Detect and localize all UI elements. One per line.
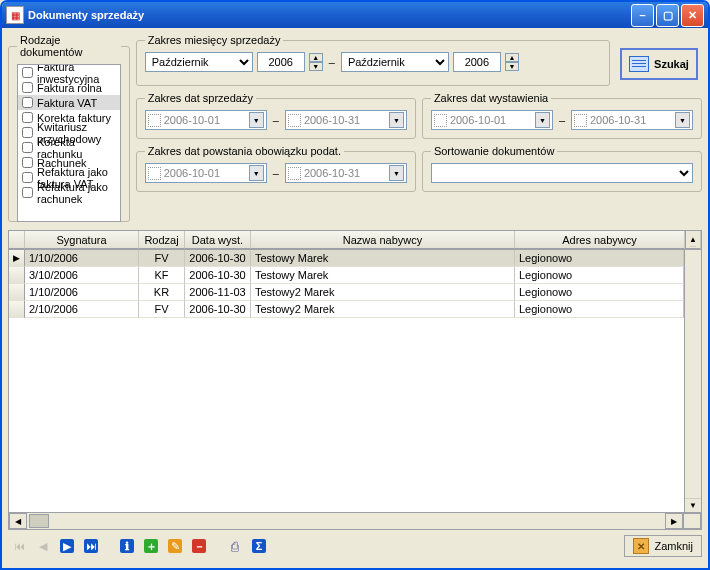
horizontal-scrollbar[interactable]: ◀ ▶ bbox=[9, 512, 701, 529]
table-row[interactable]: 1/10/2006KR2006-11-03Testowy2 MarekLegio… bbox=[9, 284, 684, 301]
grid-body[interactable]: ▶1/10/2006FV2006-10-30Testowy MarekLegio… bbox=[9, 250, 684, 512]
add-button[interactable]: ＋ bbox=[140, 535, 162, 557]
cell-sygnatura: 3/10/2006 bbox=[25, 267, 139, 284]
month-from-select[interactable]: Październik bbox=[145, 52, 253, 72]
sale-dates-legend: Zakres dat sprzedaży bbox=[145, 92, 256, 104]
doc-type-checkbox[interactable] bbox=[22, 187, 33, 198]
cell-nazwa: Testowy2 Marek bbox=[251, 284, 515, 301]
bottom-toolbar: ⏮ ◀ ▶ ⏭ ℹ ＋ ✎ － ⎙ Σ ✕ Zamknij bbox=[8, 530, 702, 562]
cell-rodzaj: KR bbox=[139, 284, 185, 301]
grid-corner-br bbox=[683, 513, 701, 529]
month-to-select[interactable]: Październik bbox=[341, 52, 449, 72]
documents-grid: Sygnatura Rodzaj Data wyst. Nazwa nabywc… bbox=[8, 230, 702, 530]
client-area: Rodzaje dokumentów Faktura inwestycyjnaF… bbox=[2, 28, 708, 568]
close-icon: ✕ bbox=[633, 538, 649, 554]
doc-type-checkbox[interactable] bbox=[22, 82, 33, 93]
hscroll-left[interactable]: ◀ bbox=[9, 513, 27, 529]
sort-group: Sortowanie dokumentów bbox=[422, 145, 702, 192]
vertical-scrollbar[interactable]: ▼ bbox=[684, 250, 701, 512]
sale-date-from[interactable]: 2006-10-01▼ bbox=[145, 110, 267, 130]
minimize-button[interactable]: – bbox=[631, 4, 654, 27]
titlebar: ▦ Dokumenty sprzedaży – ▢ ✕ bbox=[2, 2, 708, 28]
vscroll-up[interactable]: ▲ bbox=[685, 231, 701, 249]
window-close-button[interactable]: ✕ bbox=[681, 4, 704, 27]
sale-dates-group: Zakres dat sprzedaży 2006-10-01▼ – 2006-… bbox=[136, 92, 416, 139]
edit-button[interactable]: ✎ bbox=[164, 535, 186, 557]
nav-last-button[interactable]: ⏭ bbox=[80, 535, 102, 557]
col-sygnatura[interactable]: Sygnatura bbox=[25, 231, 139, 249]
nav-next-button[interactable]: ▶ bbox=[56, 535, 78, 557]
app-window: ▦ Dokumenty sprzedaży – ▢ ✕ Rodzaje doku… bbox=[0, 0, 710, 570]
sum-button[interactable]: Σ bbox=[248, 535, 270, 557]
year-to-input[interactable] bbox=[453, 52, 501, 72]
close-button-label: Zamknij bbox=[654, 540, 693, 552]
cell-nazwa: Testowy Marek bbox=[251, 267, 515, 284]
nav-prev-button[interactable]: ◀ bbox=[32, 535, 54, 557]
row-indicator bbox=[9, 267, 25, 284]
months-range-group: Zakres miesięcy sprzedaży Październik ▲▼… bbox=[136, 34, 610, 86]
issue-date-to[interactable]: 2006-10-31▼ bbox=[571, 110, 693, 130]
cell-rodzaj: FV bbox=[139, 250, 185, 267]
doc-type-item[interactable]: Korekta rachunku bbox=[18, 140, 120, 155]
year-from-spinner[interactable]: ▲▼ bbox=[309, 53, 323, 71]
cell-nazwa: Testowy Marek bbox=[251, 250, 515, 267]
table-row[interactable]: ▶1/10/2006FV2006-10-30Testowy MarekLegio… bbox=[9, 250, 684, 267]
tax-dates-legend: Zakres dat powstania obowiązku podat. bbox=[145, 145, 344, 157]
table-row[interactable]: 2/10/2006FV2006-10-30Testowy2 MarekLegio… bbox=[9, 301, 684, 318]
doc-type-item[interactable]: Refaktura jako rachunek bbox=[18, 185, 120, 200]
close-button[interactable]: ✕ Zamknij bbox=[624, 535, 702, 557]
doc-type-item[interactable]: Faktura VAT bbox=[18, 95, 120, 110]
tax-date-to[interactable]: 2006-10-31▼ bbox=[285, 163, 407, 183]
doc-type-checkbox[interactable] bbox=[22, 157, 33, 168]
sort-select[interactable] bbox=[431, 163, 693, 183]
row-indicator bbox=[9, 301, 25, 318]
window-title: Dokumenty sprzedaży bbox=[28, 9, 629, 21]
print-button[interactable]: ⎙ bbox=[224, 535, 246, 557]
row-indicator: ▶ bbox=[9, 250, 25, 267]
doc-types-group: Rodzaje dokumentów Faktura inwestycyjnaF… bbox=[8, 34, 130, 222]
maximize-button[interactable]: ▢ bbox=[656, 4, 679, 27]
col-rodzaj[interactable]: Rodzaj bbox=[139, 231, 185, 249]
doc-type-label: Faktura rolna bbox=[37, 82, 102, 94]
cell-data-wyst: 2006-10-30 bbox=[185, 301, 251, 318]
delete-button[interactable]: － bbox=[188, 535, 210, 557]
year-from-input[interactable] bbox=[257, 52, 305, 72]
col-adres[interactable]: Adres nabywcy bbox=[515, 231, 685, 249]
doc-type-item[interactable]: Faktura inwestycyjna bbox=[18, 65, 120, 80]
doc-type-checkbox[interactable] bbox=[22, 97, 33, 108]
cell-adres: Legionowo bbox=[515, 301, 684, 318]
hscroll-right[interactable]: ▶ bbox=[665, 513, 683, 529]
year-to-spinner[interactable]: ▲▼ bbox=[505, 53, 519, 71]
grid-header: Sygnatura Rodzaj Data wyst. Nazwa nabywc… bbox=[9, 231, 701, 250]
cell-data-wyst: 2006-10-30 bbox=[185, 267, 251, 284]
col-nazwa[interactable]: Nazwa nabywcy bbox=[251, 231, 515, 249]
row-indicator bbox=[9, 284, 25, 301]
sale-date-to[interactable]: 2006-10-31▼ bbox=[285, 110, 407, 130]
cell-adres: Legionowo bbox=[515, 267, 684, 284]
doc-type-checkbox[interactable] bbox=[22, 67, 33, 78]
cell-data-wyst: 2006-11-03 bbox=[185, 284, 251, 301]
months-range-legend: Zakres miesięcy sprzedaży bbox=[145, 34, 284, 46]
doc-type-label: Faktura VAT bbox=[37, 97, 97, 109]
doc-type-checkbox[interactable] bbox=[22, 127, 33, 138]
tax-date-from[interactable]: 2006-10-01▼ bbox=[145, 163, 267, 183]
doc-type-label: Refaktura jako rachunek bbox=[37, 181, 116, 205]
cell-sygnatura: 1/10/2006 bbox=[25, 250, 139, 267]
grid-corner bbox=[9, 231, 25, 249]
doc-type-checkbox[interactable] bbox=[22, 172, 33, 183]
cell-rodzaj: KF bbox=[139, 267, 185, 284]
issue-date-from[interactable]: 2006-10-01▼ bbox=[431, 110, 553, 130]
doc-type-checkbox[interactable] bbox=[22, 112, 33, 123]
search-button[interactable]: Szukaj bbox=[620, 48, 698, 80]
hscroll-thumb[interactable] bbox=[29, 514, 49, 528]
nav-first-button[interactable]: ⏮ bbox=[8, 535, 30, 557]
issue-dates-group: Zakres dat wystawienia 2006-10-01▼ – 200… bbox=[422, 92, 702, 139]
doc-type-checkbox[interactable] bbox=[22, 142, 33, 153]
doc-types-list[interactable]: Faktura inwestycyjnaFaktura rolnaFaktura… bbox=[17, 64, 121, 222]
cell-adres: Legionowo bbox=[515, 284, 684, 301]
info-button[interactable]: ℹ bbox=[116, 535, 138, 557]
col-data-wyst[interactable]: Data wyst. bbox=[185, 231, 251, 249]
cell-rodzaj: FV bbox=[139, 301, 185, 318]
table-row[interactable]: 3/10/2006KF2006-10-30Testowy MarekLegion… bbox=[9, 267, 684, 284]
cell-nazwa: Testowy2 Marek bbox=[251, 301, 515, 318]
